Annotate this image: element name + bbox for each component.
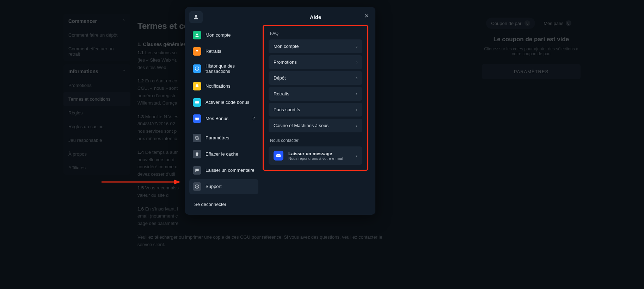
faq-item-promotions[interactable]: Promotions ›: [269, 55, 362, 69]
faq-item-withdrawals[interactable]: Retraits ›: [269, 87, 362, 101]
menu-item-my-bonus[interactable]: Mes Bonus 2: [189, 111, 258, 126]
faq-label: Dépôt: [274, 75, 286, 81]
contact-card[interactable]: Laisser un message Nous répondrons à vot…: [269, 146, 362, 165]
svg-point-2: [195, 15, 197, 17]
sidebar-item-promotions[interactable]: Promotions: [63, 78, 130, 92]
close-button[interactable]: [363, 12, 370, 20]
sidebar-header-commencer[interactable]: Commencer ⌃: [63, 14, 130, 28]
withdraw-icon: [193, 47, 201, 56]
svg-text:?: ?: [196, 186, 198, 188]
menu-item-logout[interactable]: Se déconnecter: [189, 199, 258, 211]
menu-item-comment[interactable]: Laisser un commentaire: [189, 163, 258, 178]
chevron-right-icon: ›: [356, 153, 357, 158]
chevron-right-icon: ›: [356, 92, 357, 96]
term-footer: Veuillez télécharger ou imprimer une cop…: [137, 234, 384, 249]
chevron-right-icon: ›: [356, 44, 357, 49]
menu-label: Retraits: [206, 49, 255, 54]
chevron-right-icon: ›: [356, 123, 357, 128]
page-root: Commencer ⌃ Comment faire un dépôt Comme…: [0, 0, 644, 289]
faq-item-account[interactable]: Mon compte ›: [269, 39, 362, 53]
contact-label: Nous contacter: [270, 138, 362, 143]
menu-item-withdrawals[interactable]: Retraits: [189, 44, 258, 59]
sidebar-item-responsible[interactable]: Jeu responsable: [63, 133, 130, 147]
menu-item-support[interactable]: ? Support: [189, 179, 258, 194]
menu-item-notifications[interactable]: Notifications: [189, 79, 258, 94]
menu-item-history[interactable]: Historique des transactions: [189, 60, 258, 77]
modal-menu: Mon compte Retraits Historique des trans…: [185, 7, 263, 215]
menu-item-settings[interactable]: Paramètres: [189, 131, 258, 145]
avatar-button[interactable]: [189, 11, 203, 23]
sidebar-item-terms[interactable]: Termes et conditions: [63, 92, 130, 106]
menu-label: Laisser un commentaire: [206, 168, 255, 173]
svg-rect-8: [197, 118, 197, 120]
faq-label: Paris sportifs: [274, 107, 300, 112]
contact-text: Laisser un message Nous répondrons à vot…: [288, 151, 351, 161]
empty-subtitle: Cliquez sur les cotes pour ajouter des s…: [482, 46, 581, 56]
menu-label: Mon compte: [206, 32, 255, 38]
sidebar-header-label: Commencer: [68, 18, 97, 24]
ticket-icon: [193, 98, 201, 107]
sidebar-header-informations[interactable]: Informations ⌃: [63, 64, 130, 78]
chevron-right-icon: ›: [356, 76, 357, 81]
settings-button[interactable]: PARAMÈTRES: [482, 64, 581, 79]
help-icon: ?: [193, 182, 201, 191]
tab-badge: 0: [566, 20, 571, 26]
menu-label: Mes Bonus: [206, 116, 248, 121]
faq-label: FAQ: [270, 31, 362, 36]
svg-point-9: [196, 137, 198, 139]
gift-icon: [193, 114, 201, 123]
contact-subtitle: Nous répondrons à votre e-mail: [288, 156, 351, 161]
clause-title: 1. Clauses générales: [137, 42, 186, 47]
close-icon: [364, 13, 369, 18]
sidebar-section-informations: Informations ⌃ Promotions Termes et cond…: [63, 64, 130, 175]
account-icon: [193, 31, 201, 39]
tab-coupon[interactable]: Coupon de pari 0: [486, 18, 535, 29]
sidebar: Commencer ⌃ Comment faire un dépôt Comme…: [63, 7, 130, 289]
svg-rect-14: [276, 154, 281, 157]
modal-right-pane: Aide FAQ Mon compte › Promotions › Dépôt…: [263, 7, 375, 215]
tab-badge: 0: [525, 20, 530, 26]
faq-label: Casino et Machines à sous: [274, 123, 329, 128]
faq-item-casino[interactable]: Casino et Machines à sous ›: [269, 119, 362, 132]
svg-rect-5: [195, 101, 199, 103]
menu-item-account[interactable]: Mon compte: [189, 28, 258, 43]
right-column: Coupon de pari 0 Mes paris 0 Le coupon d…: [482, 7, 581, 289]
help-modal: Mon compte Retraits Historique des trans…: [185, 7, 375, 215]
menu-label: Notifications: [206, 83, 255, 89]
trash-icon: [193, 150, 201, 158]
sidebar-section-commencer: Commencer ⌃ Comment faire un dépôt Comme…: [63, 14, 130, 61]
menu-label: Support: [206, 184, 255, 189]
sidebar-item-about[interactable]: À propos: [63, 147, 130, 161]
sidebar-item[interactable]: Comment faire un dépôt: [63, 28, 130, 42]
coupon-tabs: Coupon de pari 0 Mes paris 0: [482, 18, 581, 29]
faq-item-deposit[interactable]: Dépôt ›: [269, 71, 362, 85]
chevron-right-icon: ›: [356, 107, 357, 112]
faq-label: Mon compte: [274, 44, 299, 49]
sidebar-item-casino-rules[interactable]: Règles du casino: [63, 120, 130, 133]
menu-label: Paramètres: [206, 135, 255, 141]
menu-label: Effacer le cache: [206, 151, 255, 157]
svg-point-3: [196, 33, 198, 35]
tab-mybets[interactable]: Mes paris 0: [539, 18, 576, 29]
modal-title: Aide: [263, 12, 368, 25]
sidebar-item-rules[interactable]: Règles: [63, 106, 130, 120]
empty-title: Le coupon de pari est vide: [482, 36, 581, 43]
contact-title: Laisser un message: [288, 151, 351, 156]
menu-label: Historique des transactions: [206, 63, 255, 74]
chevron-up-icon: ⌃: [122, 19, 125, 24]
faq-item-sports[interactable]: Paris sportifs ›: [269, 103, 362, 117]
gear-icon: [193, 134, 201, 142]
menu-label: Se déconnecter: [194, 202, 255, 207]
sidebar-item-affiliates[interactable]: Affiliates: [63, 161, 130, 175]
highlighted-region: FAQ Mon compte › Promotions › Dépôt › Re…: [263, 25, 368, 171]
tab-label: Mes paris: [544, 21, 563, 26]
menu-item-bonus-code[interactable]: Activer le code bonus: [189, 95, 258, 110]
chat-icon: [193, 166, 201, 175]
sidebar-item[interactable]: Comment effectuer un retrait: [63, 42, 130, 61]
chevron-right-icon: ›: [356, 60, 357, 65]
menu-item-clear-cache[interactable]: Effacer le cache: [189, 147, 258, 162]
tab-label: Coupon de pari: [491, 21, 522, 26]
sidebar-header-label: Informations: [68, 69, 98, 74]
person-icon: [193, 14, 199, 20]
history-icon: [193, 64, 201, 73]
